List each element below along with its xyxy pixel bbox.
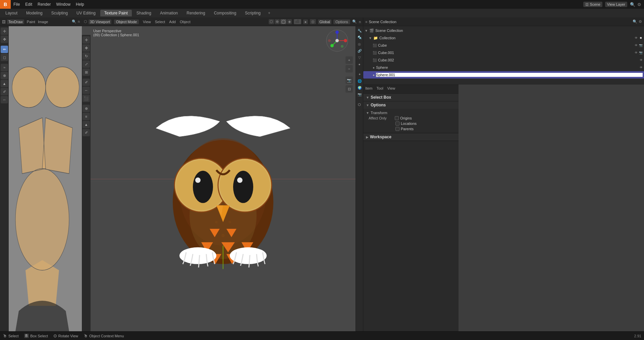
material-icon[interactable]: ●	[357, 61, 363, 67]
vp-move-tool[interactable]: ✥	[83, 44, 90, 52]
viewport-select-label[interactable]: Select	[155, 20, 165, 24]
particle-icon[interactable]: ✦	[357, 71, 363, 77]
tab-shading[interactable]: Shading	[132, 10, 155, 16]
n-panel-tool-tab[interactable]: Tool	[374, 85, 385, 93]
vp-extra3[interactable]: ▲	[83, 121, 90, 128]
global-transform-label[interactable]: Global	[319, 20, 330, 24]
options-header[interactable]: ▼ Options	[363, 101, 459, 109]
n-panel-item-tab[interactable]: Item	[363, 85, 374, 93]
viewport-shading-render[interactable]: ◎	[310, 19, 316, 24]
tab-texture-paint[interactable]: Texture Paint	[100, 10, 132, 16]
outliner-cube001[interactable]: ⬛ Cube.001 👁 📷	[363, 49, 644, 56]
vp-scale-tool[interactable]: ⤢	[83, 60, 90, 68]
physics-icon[interactable]: ◎	[357, 41, 363, 47]
tab-modeling[interactable]: Modeling	[22, 10, 47, 16]
cube001-eye[interactable]: 👁	[635, 51, 638, 54]
outliner-cube002[interactable]: ⬛ Cube.002 👁 ▼	[363, 56, 644, 64]
tab-sculpting[interactable]: Sculpting	[47, 10, 72, 16]
menu-window[interactable]: Window	[53, 1, 73, 7]
transform-header[interactable]: ▼ Transform	[363, 110, 459, 115]
outliner-collection[interactable]: ▼ 📁 Collection 👁 ◽	[363, 34, 644, 42]
locations-checkbox[interactable]	[395, 122, 399, 126]
viewport-editor-type[interactable]: 3D Viewport	[89, 19, 111, 24]
filter-icon[interactable]: ⚙	[637, 2, 641, 7]
viewport-options-label[interactable]: Options	[333, 19, 350, 24]
n-panel-view-tab[interactable]: View	[385, 85, 397, 93]
viewport-view-label[interactable]: View	[143, 20, 151, 24]
uv-paint-label[interactable]: Paint	[27, 20, 35, 24]
scene-icon[interactable]: 🌐	[357, 78, 363, 84]
blur-tool[interactable]: ≈	[1, 64, 8, 71]
origins-checkbox[interactable]	[395, 116, 399, 120]
vp-transform-tool[interactable]: ⊞	[83, 68, 90, 76]
viewport-object-label[interactable]: Object	[180, 20, 191, 24]
view-layer-label[interactable]: View Layer	[607, 2, 625, 6]
scene-name[interactable]: Scene	[590, 2, 600, 6]
fill-tool[interactable]: ▲	[1, 80, 8, 87]
tab-scripting[interactable]: Scripting	[241, 10, 265, 16]
uv-header-search[interactable]: 🔍	[72, 19, 76, 24]
menu-render[interactable]: Render	[35, 1, 53, 7]
uv-editor-type-label[interactable]: TexDraw	[7, 19, 24, 24]
draw-tool[interactable]: ✏	[1, 46, 8, 53]
viewport-icon-gizmo[interactable]: ⊕	[275, 19, 280, 24]
zoom-in-btn[interactable]: +	[345, 56, 353, 64]
viewport-header-search[interactable]: 🔍	[352, 19, 357, 24]
mode-selector[interactable]: Object Mode	[114, 19, 139, 24]
zoom-out-btn[interactable]: −	[345, 65, 353, 72]
outliner-options-icon[interactable]: ⚙	[639, 19, 642, 24]
workspace-header[interactable]: ▶ Workspace	[363, 133, 459, 141]
modifiers-icon[interactable]: 🔩	[357, 34, 363, 40]
parents-checkbox[interactable]	[395, 127, 399, 131]
menu-help[interactable]: Help	[73, 1, 87, 7]
vp-extra1[interactable]: ⊕	[83, 105, 90, 112]
outliner-filter-icon[interactable]: 🔍	[633, 19, 637, 24]
viewport-icon-xray[interactable]: ◈	[287, 19, 292, 24]
world-icon[interactable]: 🌍	[357, 85, 363, 91]
properties-icon[interactable]: 🔧	[357, 28, 363, 34]
data-icon[interactable]: ▽	[357, 54, 363, 60]
cube-render-icon[interactable]: 📷	[639, 44, 643, 47]
cube002-eye[interactable]: 👁	[640, 58, 643, 62]
cube001-render[interactable]: 📷	[639, 51, 643, 54]
add-workspace-button[interactable]: +	[265, 10, 273, 16]
uv-image-label[interactable]: Image	[38, 20, 48, 24]
select-box-header[interactable]: ▼ Select Box	[363, 94, 459, 101]
tab-rendering[interactable]: Rendering	[182, 10, 209, 16]
erase-tool[interactable]: ◻	[1, 54, 8, 61]
outliner-sphere[interactable]: ● Sphere 👁	[363, 64, 644, 71]
vp-cursor-tool[interactable]: ✛	[83, 36, 90, 44]
clone-tool[interactable]: ⊕	[1, 72, 8, 79]
vp-annotate-tool[interactable]: ✐	[83, 79, 90, 86]
tab-uv-editing[interactable]: UV Editing	[72, 10, 100, 16]
vp-rotate-tool[interactable]: ↻	[83, 52, 90, 60]
viewport-icon-overlay[interactable]: ◯	[280, 19, 286, 24]
constraints-icon[interactable]: 🔗	[357, 48, 363, 54]
menu-file[interactable]: File	[11, 1, 22, 7]
view-icon[interactable]: ⬡	[357, 101, 363, 107]
nav-gizmo[interactable]	[325, 29, 349, 52]
uv-header-n[interactable]: n	[78, 19, 80, 24]
coll-eye-icon[interactable]: 👁	[635, 36, 638, 40]
measure-tool[interactable]: ↔	[1, 96, 8, 103]
tab-animation[interactable]: Animation	[156, 10, 182, 16]
vp-extra4[interactable]: ✐	[83, 129, 90, 136]
menu-edit[interactable]: Edit	[22, 1, 35, 7]
outliner-cube[interactable]: ⬛ Cube 👁 📷	[363, 42, 644, 49]
annotate-tool[interactable]: ✐	[1, 88, 8, 95]
cursor-tool[interactable]: ✛	[1, 28, 8, 35]
render-icon[interactable]: 📷	[357, 91, 363, 97]
vp-measure-tool[interactable]: ↔	[83, 87, 90, 94]
outliner-scene-collection[interactable]: ▼ 🎬 Scene Collection	[363, 27, 644, 34]
outliner-sphere001[interactable]: ●	[363, 71, 644, 79]
viewport-header-n[interactable]: n	[359, 20, 361, 24]
view-camera-btn[interactable]: 📷	[345, 77, 353, 84]
view-ortho-btn[interactable]: ⊡	[345, 85, 353, 93]
search-icon[interactable]: 🔍	[630, 2, 635, 7]
viewport-icon-object-types[interactable]: ⬡	[269, 19, 274, 24]
vp-extra2[interactable]: ≡	[83, 113, 90, 120]
tab-layout[interactable]: Layout	[1, 10, 21, 16]
viewport-add-label[interactable]: Add	[169, 20, 176, 24]
viewport-shading-solid[interactable]: ⬛	[294, 19, 301, 24]
coll-hide-icon[interactable]: ◽	[639, 36, 643, 40]
